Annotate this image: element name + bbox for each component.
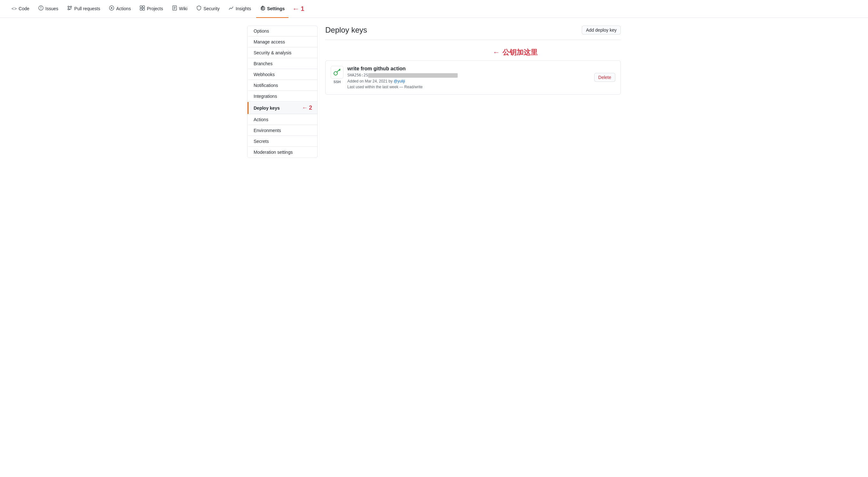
annotation-chinese-text: 公钥加这里 bbox=[502, 47, 538, 57]
nav-insights-label: Insights bbox=[236, 6, 251, 11]
delete-button-container: Delete bbox=[594, 73, 615, 82]
deploy-key-author[interactable]: @yuliji bbox=[394, 79, 405, 84]
sidebar-item-webhooks[interactable]: Webhooks bbox=[248, 69, 317, 80]
svg-rect-10 bbox=[143, 6, 145, 8]
deploy-key-added: Added on Mar 24, 2021 by @yuliji bbox=[347, 79, 615, 84]
svg-rect-12 bbox=[143, 8, 145, 10]
main-content-area: Deploy keys Add deploy key ← 公钥加这里 bbox=[325, 26, 621, 158]
svg-point-17 bbox=[262, 7, 264, 9]
nav-issues[interactable]: Issues bbox=[35, 0, 62, 18]
last-used-text: Last used within the last week bbox=[347, 85, 398, 89]
nav-code[interactable]: <> Code bbox=[8, 0, 33, 18]
actions-icon bbox=[109, 5, 114, 11]
sidebar-environments-label: Environments bbox=[254, 128, 281, 133]
annotation-2-group: ← 2 bbox=[302, 104, 312, 111]
ssh-label: SSH bbox=[334, 80, 341, 84]
sidebar-item-environments[interactable]: Environments bbox=[248, 125, 317, 136]
nav-settings[interactable]: Settings bbox=[256, 0, 288, 18]
projects-icon bbox=[140, 5, 145, 11]
nav-wiki-label: Wiki bbox=[179, 6, 187, 11]
deploy-key-last-used: Last used within the last week — Read/wr… bbox=[347, 85, 615, 89]
deploy-key-card: SSH write from github action SHA256:2S A… bbox=[325, 60, 621, 95]
key-info: write from github action SHA256:2S Added… bbox=[347, 66, 615, 89]
svg-rect-11 bbox=[140, 8, 142, 10]
sha-prefix: SHA256:2S bbox=[347, 73, 368, 77]
annotation-1: ← 1 bbox=[292, 5, 304, 13]
annotation-1-label: 1 bbox=[301, 5, 304, 12]
sidebar-moderation-settings-label: Moderation settings bbox=[254, 150, 292, 155]
sidebar-integrations-label: Integrations bbox=[254, 94, 277, 99]
annotation-2-label: 2 bbox=[309, 104, 312, 111]
sidebar-security-analysis-label: Security & analysis bbox=[254, 50, 291, 55]
deploy-key-sha: SHA256:2S bbox=[347, 73, 615, 78]
nav-insights[interactable]: Insights bbox=[225, 0, 255, 18]
sidebar-item-notifications[interactable]: Notifications bbox=[248, 80, 317, 91]
sidebar-item-security-analysis[interactable]: Security & analysis bbox=[248, 47, 317, 58]
sidebar-item-moderation-settings[interactable]: Moderation settings bbox=[248, 147, 317, 157]
sidebar-webhooks-label: Webhooks bbox=[254, 72, 275, 77]
sidebar-notifications-label: Notifications bbox=[254, 83, 278, 88]
nav-settings-label: Settings bbox=[267, 6, 285, 11]
sidebar-deploy-keys-label: Deploy keys bbox=[254, 105, 280, 110]
sidebar-item-integrations[interactable]: Integrations bbox=[248, 91, 317, 102]
sidebar-item-deploy-keys[interactable]: Deploy keys ← 2 bbox=[248, 102, 317, 114]
sha-blurred bbox=[368, 73, 458, 78]
nav-pull-requests[interactable]: Pull requests bbox=[63, 0, 104, 18]
nav-projects[interactable]: Projects bbox=[136, 0, 167, 18]
nav-code-label: Code bbox=[19, 6, 29, 11]
nav-projects-label: Projects bbox=[147, 6, 163, 11]
sidebar-menu: Options Manage access Security & analysi… bbox=[247, 26, 318, 158]
sidebar-branches-label: Branches bbox=[254, 61, 273, 66]
top-navigation: <> Code Issues Pull requests Actions Pro… bbox=[0, 0, 868, 18]
issues-icon bbox=[38, 5, 43, 11]
nav-actions[interactable]: Actions bbox=[105, 0, 135, 18]
code-icon: <> bbox=[11, 6, 17, 11]
deploy-key-name: write from github action bbox=[347, 66, 615, 72]
main-layout: Options Manage access Security & analysi… bbox=[242, 18, 626, 166]
add-deploy-key-button[interactable]: Add deploy key bbox=[582, 26, 621, 34]
settings-icon bbox=[260, 5, 265, 11]
nav-security-label: Security bbox=[204, 6, 220, 11]
sidebar-manage-access-label: Manage access bbox=[254, 39, 285, 44]
sidebar-item-manage-access[interactable]: Manage access bbox=[248, 37, 317, 47]
wiki-icon bbox=[172, 5, 177, 11]
access-text: — Read/write bbox=[399, 85, 423, 89]
settings-sidebar: Options Manage access Security & analysi… bbox=[247, 26, 318, 158]
sidebar-item-branches[interactable]: Branches bbox=[248, 59, 317, 69]
security-icon bbox=[196, 5, 202, 11]
key-icon-wrapper: SSH bbox=[331, 66, 343, 84]
pull-requests-icon bbox=[67, 5, 72, 11]
svg-rect-9 bbox=[140, 6, 142, 8]
deploy-key-card-wrapper: ← 公钥加这里 SSH wri bbox=[325, 47, 621, 95]
header-divider bbox=[325, 40, 621, 40]
nav-pull-requests-label: Pull requests bbox=[74, 6, 100, 11]
annotation-arrow-icon: ← bbox=[493, 48, 500, 57]
nav-actions-label: Actions bbox=[116, 6, 131, 11]
svg-marker-8 bbox=[111, 7, 113, 9]
svg-point-5 bbox=[70, 6, 72, 7]
delete-key-button[interactable]: Delete bbox=[594, 73, 615, 82]
key-icon bbox=[331, 66, 343, 78]
chinese-annotation: ← 公钥加这里 bbox=[493, 47, 538, 57]
nav-wiki[interactable]: Wiki bbox=[168, 0, 191, 18]
sidebar-actions-label: Actions bbox=[254, 117, 268, 122]
svg-point-3 bbox=[68, 6, 69, 7]
svg-point-2 bbox=[41, 9, 41, 9]
svg-line-19 bbox=[337, 72, 337, 72]
nav-security[interactable]: Security bbox=[192, 0, 223, 18]
insights-icon bbox=[229, 5, 234, 11]
sidebar-item-actions[interactable]: Actions bbox=[248, 115, 317, 125]
sidebar-options-label: Options bbox=[254, 28, 269, 34]
nav-issues-label: Issues bbox=[45, 6, 58, 11]
sidebar-item-options[interactable]: Options bbox=[248, 26, 317, 36]
sidebar-item-secrets[interactable]: Secrets bbox=[248, 136, 317, 147]
sidebar-secrets-label: Secrets bbox=[254, 139, 269, 144]
page-header: Deploy keys Add deploy key bbox=[325, 26, 621, 34]
page-title: Deploy keys bbox=[325, 26, 367, 34]
